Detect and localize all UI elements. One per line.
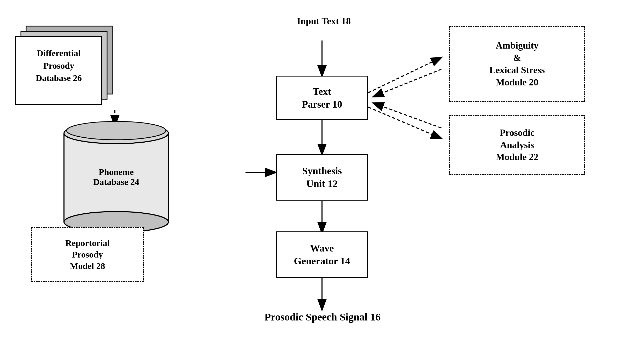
prosodic-analysis-box: ProsodicAnalysisModule 22 — [449, 115, 585, 175]
differential-prosody-pages: DifferentialProsodyDatabase 26 — [13, 24, 123, 110]
reportorial-prosody-box: ReportorialProsodyModel 28 — [31, 227, 144, 282]
svg-line-13 — [373, 103, 441, 128]
diagram-container: Input Text 18 TextParser 10 SynthesisUni… — [0, 0, 644, 356]
synthesis-unit-box: SynthesisUnit 12 — [276, 154, 368, 201]
wave-generator-box: WaveGenerator 14 — [276, 231, 368, 278]
input-text-label: Input Text 18 — [290, 16, 358, 27]
text-parser-box: TextParser 10 — [276, 76, 368, 120]
prosodic-speech-label: Prosodic Speech Signal 16 — [235, 311, 410, 323]
svg-point-17 — [67, 121, 166, 140]
svg-line-10 — [368, 57, 441, 93]
svg-line-12 — [368, 107, 441, 138]
phoneme-database-cylinder: PhonemeDatabase 24 — [57, 112, 175, 232]
ambiguity-module-box: Ambiguity&Lexical StressModule 20 — [449, 26, 585, 102]
svg-line-11 — [373, 69, 441, 97]
